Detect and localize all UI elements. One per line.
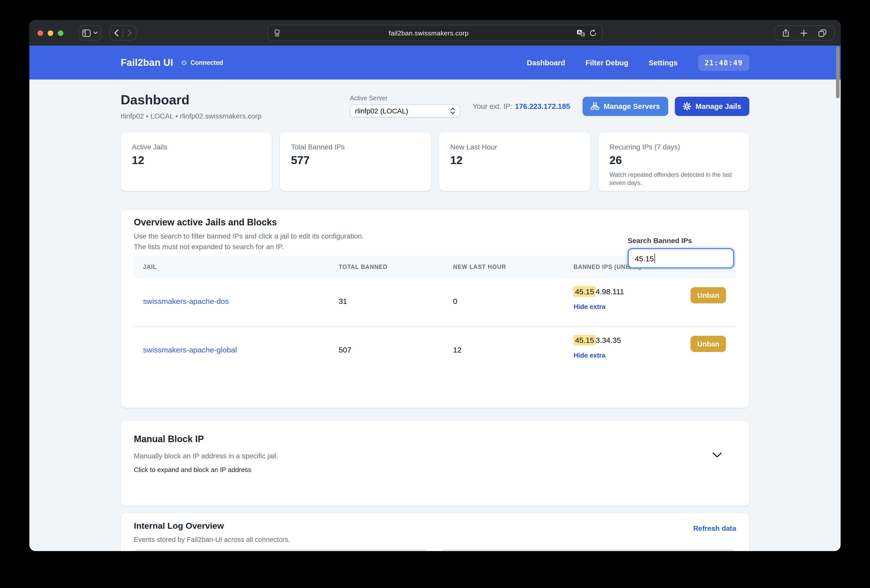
close-window-button[interactable] [37, 30, 43, 36]
back-button[interactable] [110, 26, 123, 40]
chevron-down-icon [93, 31, 98, 34]
jails-table: JAIL TOTAL BANNED NEW LAST HOUR BANNED I… [134, 256, 736, 374]
address-bar[interactable]: fail2ban.swissmakers.corp A 文 [268, 25, 602, 41]
back-chevron-icon [114, 30, 119, 36]
share-icon [782, 29, 790, 37]
active-server-select[interactable]: rlinfp02 (LOCAL) [350, 104, 460, 117]
active-server-block: Active Server rlinfp02 (LOCAL) [350, 95, 460, 117]
svg-text:A: A [578, 30, 581, 34]
stat-label: Recurring IPs (7 days) [609, 143, 738, 151]
column-header-jail: JAIL [134, 264, 339, 270]
banned-ip-group: 45.154.98.111 Hide extra [574, 287, 624, 311]
external-ip: Your ext. IP:176.223.172.185 [472, 102, 570, 110]
banned-ips-cell: 45.153.34.35 Hide extra Unban [574, 336, 736, 363]
clock-badge: 21:48:49 [698, 55, 749, 71]
share-button[interactable] [777, 26, 795, 40]
hide-extra-link[interactable]: Hide extra [574, 352, 605, 359]
overview-card: Overview active Jails and Blocks Use the… [121, 210, 749, 408]
text-caret [654, 254, 655, 263]
active-server-value: rlinfp02 (LOCAL) [355, 107, 450, 115]
banned-ip: 45.153.34.35 [574, 336, 621, 344]
scrollbar-thumb[interactable] [836, 47, 840, 98]
active-server-label: Active Server [350, 95, 460, 102]
ip-search-highlight: 45.15 [574, 335, 596, 345]
ip-rest: 3.34.35 [596, 336, 621, 344]
manage-jails-button[interactable]: Manage Jails [675, 97, 749, 116]
log-filter-box[interactable] [442, 549, 736, 551]
manual-block-title: Manual Block IP [134, 434, 736, 445]
unban-button[interactable]: Unban [691, 287, 726, 303]
sidebar-toggle-button[interactable] [79, 25, 101, 40]
page-settings-icon[interactable] [273, 29, 281, 37]
internal-log-title: Internal Log Overview [134, 521, 224, 531]
internal-log-description: Events stored by Fail2ban-UI across all … [134, 536, 736, 543]
minimize-window-button[interactable] [48, 30, 53, 36]
stats-row: Active Jails 12 Total Banned IPs 577 New… [121, 132, 749, 191]
banned-ip: 45.154.98.111 [574, 287, 624, 296]
new-tab-button[interactable] [795, 26, 813, 40]
page-content: Dashboard rlinfp02 • LOCAL • rlinfp02.sw… [30, 80, 840, 551]
ip-search-highlight: 45.15 [574, 286, 596, 297]
expand-chevron-icon[interactable] [712, 452, 722, 458]
stat-card-active-jails: Active Jails 12 [121, 132, 272, 191]
manual-block-card[interactable]: Manual Block IP Manually block an IP add… [121, 421, 749, 506]
search-block: Search Banned IPs 45.15 [628, 236, 734, 269]
manage-servers-label: Manage Servers [603, 102, 660, 110]
stat-value: 26 [609, 154, 738, 167]
jail-link[interactable]: swissmakers-apache-dos [134, 297, 339, 305]
app-navbar: Fail2ban UI Connected Dashboard Filter D… [30, 46, 840, 80]
page-title: Dashboard [121, 92, 350, 108]
app-title: Fail2ban UI [121, 57, 173, 68]
tab-overview-button[interactable] [813, 26, 832, 40]
browser-window: fail2ban.swissmakers.corp A 文 [30, 20, 840, 551]
refresh-data-link[interactable]: Refresh data [693, 524, 736, 532]
stat-label: Total Banned IPs [291, 143, 420, 151]
banned-ip-group: 45.153.34.35 Hide extra [574, 336, 621, 359]
screen: fail2ban.swissmakers.corp A 文 [0, 0, 870, 588]
sitemap-icon [590, 102, 599, 110]
ext-ip-label: Your ext. IP: [472, 102, 512, 110]
stat-card-recurring-ips: Recurring IPs (7 days) 26 Watch repeated… [598, 132, 749, 191]
search-banned-ips-label: Search Banned IPs [628, 236, 734, 245]
stat-label: Active Jails [132, 143, 261, 151]
stat-card-total-banned: Total Banned IPs 577 [280, 132, 431, 191]
table-row: swissmakers-apache-dos 31 0 45.154.98.11… [134, 278, 736, 326]
overview-title: Overview active Jails and Blocks [134, 217, 736, 228]
manual-block-hint: Click to expand and block an IP address [134, 466, 736, 474]
search-input-value: 45.15 [635, 254, 654, 263]
select-chevrons-icon [450, 107, 455, 114]
nav-link-settings[interactable]: Settings [649, 58, 678, 67]
toolbar-right-buttons [774, 25, 834, 40]
unban-button[interactable]: Unban [691, 336, 726, 352]
page-subtitle: rlinfp02 • LOCAL • rlinfp02.swissmakers.… [121, 112, 350, 120]
search-banned-ips-input[interactable]: 45.15 [628, 248, 734, 269]
manage-jails-label: Manage Jails [695, 102, 741, 110]
ext-ip-value[interactable]: 176.223.172.185 [515, 102, 570, 110]
url-text: fail2ban.swissmakers.corp [281, 29, 577, 37]
new-last-hour-value: 12 [453, 345, 574, 354]
reload-icon[interactable] [589, 29, 597, 37]
forward-chevron-icon [127, 30, 132, 36]
zoom-window-button[interactable] [58, 30, 63, 36]
plus-icon [800, 30, 807, 36]
connection-status: Connected [181, 59, 223, 66]
tabs-icon [818, 29, 827, 37]
log-filter-row [134, 549, 736, 551]
nav-link-dashboard[interactable]: Dashboard [527, 58, 565, 67]
translate-icon[interactable]: A 文 [577, 29, 585, 37]
log-filter-box[interactable] [134, 549, 428, 551]
nav-link-filter-debug[interactable]: Filter Debug [585, 58, 629, 67]
forward-button[interactable] [123, 26, 136, 40]
manage-servers-button[interactable]: Manage Servers [582, 97, 668, 116]
svg-text:文: 文 [581, 33, 585, 36]
total-banned-value: 31 [339, 297, 453, 305]
stat-label: New Last Hour [450, 143, 579, 151]
sidebar-icon [82, 29, 91, 37]
browser-toolbar: fail2ban.swissmakers.corp A 文 [30, 20, 840, 46]
hide-extra-link[interactable]: Hide extra [574, 303, 605, 310]
history-nav-buttons [110, 25, 136, 40]
gear-icon [683, 102, 691, 110]
stat-description: Watch repeated offenders detected in the… [609, 171, 738, 187]
title-block: Dashboard rlinfp02 • LOCAL • rlinfp02.sw… [121, 92, 350, 120]
jail-link[interactable]: swissmakers-apache-global [134, 345, 339, 354]
